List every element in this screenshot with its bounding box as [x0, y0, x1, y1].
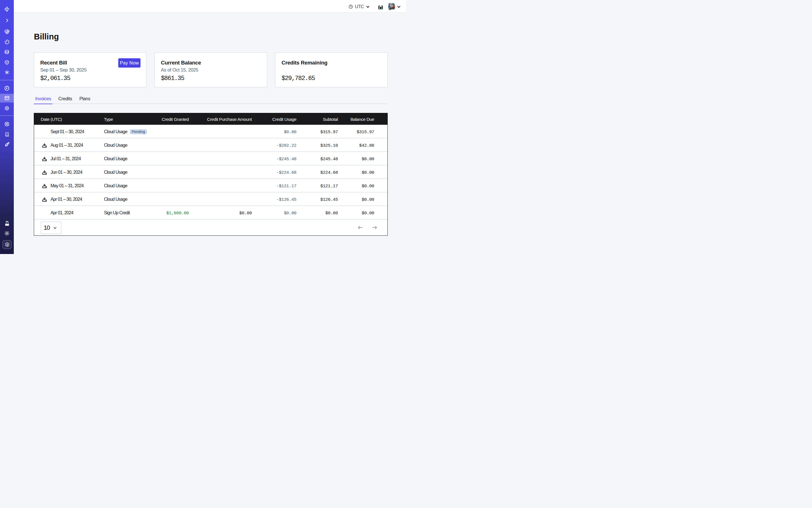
svg-text:$: $ — [6, 243, 8, 246]
